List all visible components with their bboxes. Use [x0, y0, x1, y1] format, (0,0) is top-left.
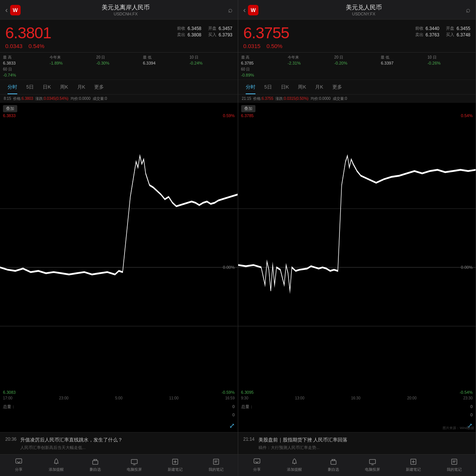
right-news-title[interactable]: 美股盘前｜股指期货下挫 人民币汇率回落: [258, 436, 348, 444]
right-alert-label: 添加提醒: [287, 467, 302, 472]
left-tab-5[interactable]: 更多: [90, 80, 108, 94]
left-pct-low: -0.59%: [222, 390, 235, 395]
right-pct-mid: 0.00%: [461, 265, 473, 270]
left-change-abs: 0.0343: [5, 43, 23, 49]
left-stats-row: 最 高 6.3833 今年来 -1.89% 20 日 -0.30% 最 低 6.…: [0, 53, 238, 80]
left-news-item: 20:36 升值凌厉后人民币汇率直线跳水，发生了什么？ 人民币汇率创新高后当天大…: [5, 436, 233, 451]
right-stat-d10: 10 日 -0.26%: [428, 55, 473, 65]
left-tab-4[interactable]: 月K: [73, 80, 90, 94]
right-news-preview: 稿件：大行预测人民币汇率走势...: [258, 445, 348, 450]
svg-rect-17: [213, 459, 219, 464]
right-share-btn[interactable]: 分享: [253, 458, 261, 472]
right-alert-btn[interactable]: 添加提醒: [287, 458, 302, 472]
right-stat-d60: 60 日 -0.89%: [241, 67, 286, 77]
left-panel: ‹ W 美元兑离岸人民币 USDCNH.FX ⌕ 6.3801 0.0343 0…: [0, 0, 238, 454]
left-chart-low: 6.3083: [3, 390, 16, 395]
left-cast-btn[interactable]: 电脑投屏: [127, 458, 142, 472]
left-overlay-btn[interactable]: 叠加: [3, 105, 17, 112]
right-title-group: 美元兑人民币 USDCNY.FX: [261, 4, 466, 16]
left-chart-svg: [0, 103, 238, 432]
left-news-title[interactable]: 升值凌厉后人民币汇率直线跳水，发生了什么？: [20, 436, 123, 444]
right-remove-btn[interactable]: 删自选: [328, 458, 339, 472]
right-buy-label: 买入: [446, 32, 454, 38]
left-header: ‹ W 美元兑离岸人民币 USDCNH.FX ⌕: [0, 0, 238, 20]
right-back-button[interactable]: ‹: [243, 6, 246, 14]
left-newnote-btn[interactable]: 新建笔记: [168, 458, 183, 472]
right-chart-svg: [238, 103, 476, 432]
left-back-button[interactable]: ‹: [5, 6, 8, 14]
left-main-price-area: 6.3801 0.0343 0.54% 前收 6.3458 开盘 6.3457: [5, 24, 233, 49]
left-change-pct: 0.54%: [29, 43, 45, 49]
right-newnote-btn[interactable]: 新建笔记: [406, 458, 421, 472]
left-tab-2[interactable]: 日K: [38, 80, 56, 94]
right-w-icon[interactable]: W: [248, 5, 258, 15]
right-panel: ‹ W 美元兑人民币 USDCNY.FX ⌕ 6.3755 0.0315 0.5…: [238, 0, 476, 454]
left-mynote-btn[interactable]: 我的笔记: [209, 458, 224, 472]
right-tab-5[interactable]: 更多: [328, 80, 347, 94]
left-pct-mid: 0.00%: [223, 265, 234, 270]
right-overlay-btn[interactable]: 叠加: [241, 105, 255, 112]
left-share-btn[interactable]: 分享: [15, 458, 23, 472]
right-tab-2[interactable]: 日K: [276, 80, 294, 94]
right-mynote-icon: [450, 458, 458, 466]
right-tab-4[interactable]: 月K: [311, 80, 328, 94]
right-alert-icon: [290, 458, 299, 466]
right-news-content: 美股盘前｜股指期货下挫 人民币汇率回落 稿件：大行预测人民币汇率走势...: [258, 436, 348, 451]
left-tab-3[interactable]: 周K: [56, 80, 73, 94]
left-vol-row: 总量：: [3, 404, 15, 410]
left-price-left: 6.3801 0.0343 0.54%: [5, 24, 51, 49]
right-header: ‹ W 美元兑人民币 USDCNY.FX ⌕: [238, 0, 476, 20]
cast-icon: [130, 458, 138, 466]
right-change-pct: 0.50%: [266, 43, 282, 49]
right-tab-1[interactable]: 5日: [260, 80, 276, 94]
left-tab-1[interactable]: 5日: [22, 80, 38, 94]
alert-icon: [52, 458, 60, 466]
right-open-row: 开盘 6.3455: [446, 26, 470, 31]
left-open-row: 开盘 6.3457: [208, 26, 233, 31]
right-time-row: 9:30 13:00 16:30 20:00 23:30: [238, 396, 476, 400]
right-search-icon[interactable]: ⌕: [466, 6, 470, 14]
left-chart: 叠加 6.3833 0.59% 0.00% -0.59% 6.3083 17:0…: [0, 103, 238, 432]
right-cast-label: 电脑投屏: [365, 467, 380, 472]
right-mynote-label: 我的笔记: [447, 467, 462, 472]
right-title: 美元兑人民币: [261, 4, 466, 12]
left-stat-d60: 60 日 -0.74%: [3, 67, 48, 77]
left-remove-label: 删自选: [90, 467, 101, 472]
left-vol-val2: 0: [232, 413, 234, 417]
right-price-right: 前收 6.3440 开盘 6.3455 卖出 6.3763 买入 6.3748: [415, 26, 470, 38]
left-alert-btn[interactable]: 添加提醒: [49, 458, 64, 472]
right-newnote-icon: [409, 458, 417, 466]
right-stat-d20: 20 日 -0.20%: [334, 55, 379, 65]
right-tab-3[interactable]: 周K: [293, 80, 311, 94]
left-news-content: 升值凌厉后人民币汇率直线跳水，发生了什么？ 人民币汇率创新高后当天大幅走低...: [20, 436, 123, 451]
left-news-time: 20:36: [5, 437, 17, 442]
right-share-label: 分享: [253, 467, 261, 472]
left-sell-label: 卖出: [177, 32, 185, 38]
left-tab-0[interactable]: 分时: [3, 80, 22, 94]
left-vol-val: 0: [232, 404, 234, 409]
left-buy-val: 6.3793: [219, 32, 233, 38]
left-w-icon[interactable]: W: [10, 5, 21, 15]
right-sell-label: 卖出: [415, 32, 423, 38]
right-news-item: 21:14 美股盘前｜股指期货下挫 人民币汇率回落 稿件：大行预测人民币汇率走势…: [243, 436, 471, 451]
left-stat-ytd: 今年来 -1.89%: [50, 55, 95, 65]
right-news: 21:14 美股盘前｜股指期货下挫 人民币汇率回落 稿件：大行预测人民币汇率走势…: [238, 432, 476, 455]
left-sell-val: 6.3808: [188, 32, 201, 38]
left-search-icon[interactable]: ⌕: [228, 6, 233, 14]
left-title: 美元兑离岸人民币: [24, 4, 228, 12]
left-stat-d10: 10 日 -0.24%: [189, 55, 234, 65]
left-buy-row: 买入 6.3793: [208, 32, 233, 38]
left-current-price: 6.3801: [5, 24, 51, 42]
left-alert-label: 添加提醒: [49, 467, 64, 472]
right-stats-row: 最 高 6.3785 今年来 -2.31% 20 日 -0.20% 最 低 6.…: [238, 53, 476, 80]
right-mynote-btn[interactable]: 我的笔记: [447, 458, 462, 472]
right-tab-0[interactable]: 分时: [241, 80, 260, 94]
svg-rect-12: [131, 459, 137, 464]
left-remove-btn[interactable]: 删自选: [90, 458, 101, 472]
left-fullscreen-icon[interactable]: ⤢: [229, 422, 235, 430]
right-chart-high: 6.3785: [241, 113, 254, 118]
right-price-left: 6.3755 0.0315 0.50%: [243, 24, 289, 49]
right-cast-btn[interactable]: 电脑投屏: [365, 458, 380, 472]
right-stat-high: 最 高 6.3785: [241, 55, 286, 65]
left-price-change-row: 0.0343 0.54%: [5, 43, 51, 49]
